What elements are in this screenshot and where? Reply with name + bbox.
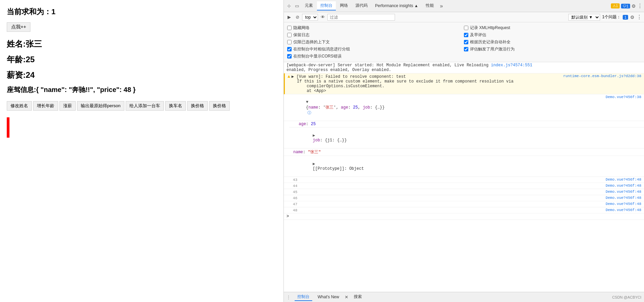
- vue-warn-text: ▶ [Vue warn]: Failed to resolve componen…: [292, 74, 563, 93]
- salary-display: 薪资:24: [7, 70, 277, 80]
- modify-name-button[interactable]: 修改姓名: [7, 101, 32, 111]
- line-num-44: 44: [287, 184, 297, 188]
- line-48-link[interactable]: Demo.vue?456f:48: [605, 208, 641, 212]
- click-button[interactable]: 点我++: [7, 22, 30, 32]
- autocomplete-label: 根据历史记录自动补全: [470, 39, 511, 45]
- tab-sources[interactable]: 源代码: [352, 1, 371, 10]
- settings-icon[interactable]: ⚙: [631, 3, 636, 9]
- console-line-45: 45 Demo.vue?456f:48: [284, 189, 644, 195]
- preserve-log-checkbox[interactable]: [287, 33, 292, 37]
- object-prop-age: age: 25: [289, 121, 644, 127]
- console-message-server: [webpack-dev-server] Server started: Hot…: [284, 62, 644, 73]
- age-prop-text: age: 25: [299, 122, 641, 126]
- console-line-43: 43 Demo.vue?456f:48: [284, 177, 644, 183]
- user-activation-checkbox[interactable]: [464, 47, 468, 51]
- line-num-43: 43: [287, 178, 297, 182]
- cursor-icon[interactable]: ⊹: [285, 2, 293, 10]
- change-price-button-1[interactable]: 换价格: [187, 101, 208, 111]
- bottom-tab-console[interactable]: 控制台: [295, 293, 312, 301]
- eager-eval-checkbox-row: 及早评估: [464, 31, 641, 39]
- change-car-name-button[interactable]: 换车名: [165, 101, 186, 111]
- server-message-text: [webpack-dev-server] Server started: Hot…: [287, 63, 641, 72]
- bottom-dots-icon: ⋮: [287, 295, 291, 300]
- eye-icon[interactable]: 👁: [319, 14, 326, 21]
- object-link[interactable]: Demo.vue?456f:38: [605, 95, 641, 99]
- console-line-47: 47 Demo.vue?456f:48: [284, 201, 644, 207]
- log-xmlhttprequest-label: 记录 XMLHttpRequest: [470, 25, 510, 31]
- close-whats-new-btn[interactable]: ✕: [345, 295, 348, 300]
- preserve-log-label: 保留日志: [293, 32, 309, 38]
- log-xmlhttprequest-checkbox[interactable]: [464, 26, 468, 30]
- selected-context-checkbox-row: 仅限已选择的上下文: [287, 39, 464, 46]
- tab-console[interactable]: 控制台: [317, 1, 336, 10]
- cors-errors-checkbox[interactable]: [287, 54, 292, 59]
- hide-network-checkbox[interactable]: [287, 26, 292, 30]
- console-line-48: 48 Demo.vue?456f:48: [284, 207, 644, 213]
- preserve-log-checkbox-row: 保留日志: [287, 31, 464, 39]
- log-level-select[interactable]: 默认级别 ▼: [568, 14, 600, 21]
- selected-context-label: 仅限已选择的上下文: [293, 39, 330, 45]
- add-car-button[interactable]: 给人添加一台车: [126, 101, 164, 111]
- devtools-tabs-bar: ⊹ ▭ 元素 控制台 网络 源代码 Performance insights ▲…: [284, 0, 644, 12]
- cors-errors-checkbox-row: 在控制台中显示CORS错误: [287, 53, 464, 60]
- tab-network[interactable]: 网络: [337, 1, 351, 10]
- object-prop-job: ▶ job: {j1: {…}}: [284, 127, 644, 148]
- group-similar-checkbox[interactable]: [287, 47, 292, 51]
- console-message-vue-warn: ▲ ▶ [Vue warn]: Failed to resolve compon…: [284, 73, 644, 94]
- console-output: [webpack-dev-server] Server started: Hot…: [284, 62, 644, 292]
- eager-eval-label: 及早评估: [470, 32, 486, 38]
- line-num-47: 47: [287, 202, 297, 206]
- log-xmlhttprequest-checkbox-row: 记录 XMLHttpRequest: [464, 24, 641, 31]
- devtools-more-icon[interactable]: ⋮: [637, 3, 643, 9]
- tab-performance[interactable]: 性能: [422, 1, 437, 10]
- expand-job-arrow[interactable]: ▶: [313, 133, 315, 138]
- devtools-panel: ⊹ ▭ 元素 控制台 网络 源代码 Performance insights ▲…: [284, 0, 644, 302]
- user-activation-checkbox-row: 评估触发了用户激活行为: [464, 46, 641, 53]
- stop-icon[interactable]: ⊘: [294, 14, 301, 21]
- line-45-link[interactable]: Demo.vue?456f:48: [605, 190, 641, 194]
- bottom-tab-whats-new[interactable]: What's New: [315, 294, 342, 301]
- line-44-link[interactable]: Demo.vue?456f:48: [605, 184, 641, 188]
- more-tabs-icon[interactable]: »: [438, 3, 445, 9]
- warn-badge: ⚠1: [611, 3, 620, 8]
- group-similar-label: 在控制台中对相似消息进行分组: [293, 46, 350, 52]
- name-display: 姓名:张三: [7, 39, 277, 49]
- line-47-link[interactable]: Demo.vue?456f:48: [605, 202, 641, 206]
- prototype-text: ▶ [[Prototype]]: Object: [293, 157, 641, 176]
- group-similar-checkbox-row: 在控制台中对相似消息进行分组: [287, 46, 464, 53]
- server-link[interactable]: index.js?4574:551: [491, 63, 532, 68]
- expand-object-arrow[interactable]: ▼: [306, 100, 308, 104]
- selected-context-checkbox[interactable]: [287, 40, 292, 44]
- filter-input[interactable]: [327, 14, 395, 21]
- expand-prototype-arrow[interactable]: ▶: [313, 162, 315, 166]
- play-icon[interactable]: ▶: [286, 14, 293, 21]
- action-buttons: 修改姓名 增长年龄 涨薪 输出最原始得person 给人添加一台车 换车名 换价…: [7, 101, 277, 111]
- console-message-object: ▼ {name: '张三', age: 25, job: {…}} ⓘ Demo…: [284, 94, 644, 121]
- raise-salary-button[interactable]: 涨薪: [59, 101, 76, 111]
- console-more-icon[interactable]: ⋮: [637, 14, 642, 20]
- mobile-icon[interactable]: ▭: [293, 2, 301, 10]
- console-settings-icon[interactable]: ⚙: [630, 15, 635, 20]
- vue-warn-link[interactable]: runtime-core.esm-bundler.js?d2dd:38: [563, 74, 641, 78]
- eager-eval-checkbox[interactable]: [464, 33, 468, 37]
- console-prompt: >: [284, 213, 644, 220]
- tab-performance-insights[interactable]: Performance insights ▲: [372, 2, 422, 10]
- cors-errors-label: 在控制台中显示CORS错误: [293, 53, 342, 59]
- line-num-45: 45: [287, 190, 297, 194]
- car-info-display: 座驾信息:{ "name": "奔驰!!", "price": 48 }: [7, 85, 277, 94]
- tab-elements[interactable]: 元素: [301, 1, 316, 10]
- info-badge: 🗩1: [621, 4, 630, 8]
- user-activation-label: 评估触发了用户激活行为: [470, 46, 515, 52]
- context-select[interactable]: top: [302, 14, 318, 21]
- change-price-button-2[interactable]: 换价格: [209, 101, 230, 111]
- job-prop-text: ▶ job: {j1: {…}}: [293, 128, 641, 147]
- autocomplete-checkbox[interactable]: [464, 40, 468, 44]
- line-43-link[interactable]: Demo.vue?456f:48: [605, 178, 641, 182]
- autocomplete-checkbox-row: 根据历史记录自动补全: [464, 39, 641, 46]
- bottom-tab-search[interactable]: 搜索: [351, 293, 365, 301]
- object-info-icon[interactable]: ⓘ: [307, 111, 311, 115]
- output-person-button[interactable]: 输出最原始得person: [77, 101, 124, 111]
- line-46-link[interactable]: Demo.vue?456f:48: [605, 196, 641, 200]
- grow-age-button[interactable]: 增长年龄: [33, 101, 58, 111]
- sum-text: 当前求和为：1: [7, 7, 277, 17]
